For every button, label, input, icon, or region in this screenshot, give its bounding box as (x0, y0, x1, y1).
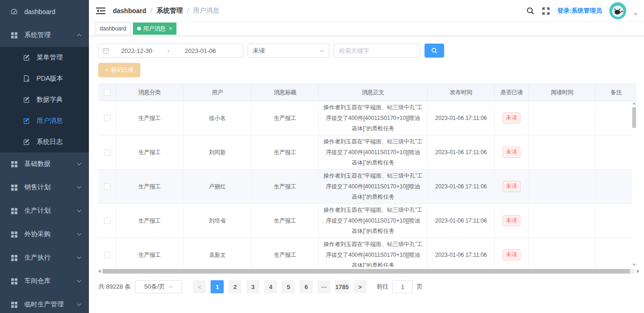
next-page-button[interactable]: > (353, 280, 366, 293)
sidebar-item-pda-version[interactable]: PDA版本 (0, 68, 89, 89)
sidebar-submenu-system: 菜单管理 PDA版本 数据字典 用户消息 (0, 47, 89, 152)
page-button-5[interactable]: 5 (282, 280, 295, 293)
row-select-cell (98, 135, 116, 169)
cell-body: 操作者刘玉霞在“平端面、钻三级中孔”工序提交了400件[40011S0170+1… (319, 170, 428, 203)
more-pages-button[interactable]: ··· (317, 280, 330, 293)
page-content: - 未读 + (89, 36, 644, 293)
horizontal-scrollbar-thumb[interactable] (102, 269, 630, 274)
scroll-right-arrow-icon[interactable] (637, 269, 639, 273)
table-row[interactable]: 生产报工 刘培省 生产报工 操作者刘玉霞在“平端面、钻三级中孔”工序提交了400… (98, 204, 632, 238)
breadcrumb-dashboard[interactable]: dashboard (113, 7, 146, 15)
select-all-checkbox[interactable] (104, 89, 110, 96)
column-header: 发布时间 (428, 84, 495, 101)
chevron-down-icon (319, 49, 324, 52)
select-all-cell (98, 84, 116, 101)
prev-page-button[interactable]: < (193, 280, 206, 293)
chevron-up-icon (77, 34, 81, 37)
cell-time: 2023-01-06 17:11:06 (428, 135, 495, 169)
sidebar-item-workshop-warehouse[interactable]: 车间仓库 (0, 269, 89, 293)
keyword-search-input[interactable] (334, 44, 420, 58)
cell-read-time (529, 135, 596, 169)
page-button-2[interactable]: 2 (228, 280, 242, 293)
sidebar-item-production-plan[interactable]: 生产计划 (0, 199, 89, 223)
row-select-cell (98, 170, 116, 203)
row-checkbox[interactable] (104, 115, 110, 121)
search-icon[interactable] (526, 7, 534, 15)
horizontal-scrollbar[interactable] (98, 269, 639, 274)
sidebar-item-temp-production[interactable]: 临时生产管理 (0, 293, 89, 313)
mark-read-button[interactable]: + 标记已读 (98, 63, 140, 77)
tab-label: 用户消息 (143, 25, 166, 33)
read-status-value: 未读 (253, 46, 265, 55)
scroll-left-arrow-icon[interactable] (98, 269, 101, 273)
close-icon[interactable]: × (169, 26, 172, 31)
status-badge: 未读 (503, 112, 520, 123)
cell-time: 2023-01-06 17:11:06 (428, 204, 495, 238)
horizontal-scrollbar-track[interactable] (102, 269, 635, 274)
chevron-down-icon[interactable] (634, 13, 637, 15)
sidebar-item-label: 系统日志 (37, 138, 63, 146)
vertical-scrollbar[interactable] (632, 101, 637, 267)
date-range-picker[interactable]: - (98, 44, 243, 58)
cell-body: 操作者刘玉霞在“平端面、钻三级中孔”工序提交了400件[40011S0170+1… (319, 204, 428, 238)
status-badge: 未读 (503, 215, 520, 226)
sidebar-item-base-data[interactable]: 基础数据 (0, 152, 89, 176)
breadcrumb-separator: / (187, 7, 189, 15)
page-button-3[interactable]: 3 (246, 280, 259, 293)
start-date-input[interactable] (111, 47, 162, 54)
sidebar-item-user-messages[interactable]: 用户消息 (0, 110, 89, 131)
main-area: dashboard / 系统管理 / 用户消息 登录:系统管理员 (89, 0, 644, 313)
sidebar-item-production-exec[interactable]: 生产执行 (0, 246, 89, 269)
goto-page-input[interactable] (392, 280, 413, 293)
user-avatar[interactable] (609, 2, 626, 19)
column-header: 是否已读 (495, 84, 529, 101)
row-checkbox[interactable] (104, 217, 110, 224)
table-row[interactable]: 生产报工 卢丽红 生产报工 操作者刘玉霞在“平端面、钻三级中孔”工序提交了400… (98, 170, 632, 204)
column-header: 阅读时间 (529, 84, 596, 101)
sidebar-item-outsourcing[interactable]: 外协采购 (0, 223, 89, 246)
sidebar-item-data-dictionary[interactable]: 数据字典 (0, 89, 89, 110)
page-button-1[interactable]: 1 (211, 280, 224, 293)
document-icon (22, 75, 30, 82)
table-row[interactable]: 生产报工 刘同新 生产报工 操作者刘玉霞在“平端面、钻三级中孔”工序提交了400… (98, 135, 632, 170)
grid-icon (10, 160, 18, 168)
fullscreen-icon[interactable] (542, 7, 550, 15)
cell-time: 2023-01-06 17:11:06 (428, 170, 495, 203)
page-button-6[interactable]: 6 (300, 280, 313, 293)
end-date-input[interactable] (175, 47, 226, 54)
table-body: 生产报工 徐小名 生产报工 操作者刘玉霞在“平端面、钻三级中孔”工序提交了400… (98, 101, 632, 267)
scroll-up-arrow-icon[interactable] (632, 102, 636, 104)
sidebar-item-sales-plan[interactable]: 销售计划 (0, 176, 89, 199)
page-button-1785[interactable]: 1785 (335, 280, 349, 293)
cell-user: 刘培省 (183, 204, 252, 238)
edit-icon (22, 138, 30, 146)
read-status-select[interactable]: 未读 (248, 44, 329, 58)
sidebar-item-system-mgmt[interactable]: 系统管理 (0, 23, 89, 47)
plus-icon: + (105, 67, 109, 74)
page-button-4[interactable]: 4 (264, 280, 277, 293)
breadcrumb-system-mgmt[interactable]: 系统管理 (156, 7, 183, 15)
row-checkbox[interactable] (104, 183, 110, 190)
sidebar-item-menu-mgmt[interactable]: 菜单管理 (0, 47, 89, 68)
row-checkbox[interactable] (104, 252, 110, 258)
vertical-scrollbar-thumb[interactable] (632, 107, 636, 128)
grid-icon (10, 31, 18, 39)
sidebar-item-label: 基础数据 (24, 160, 51, 168)
table-row[interactable]: 生产报工 徐小名 生产报工 操作者刘玉霞在“平端面、钻三级中孔”工序提交了400… (98, 101, 632, 135)
cell-category: 生产报工 (116, 135, 183, 169)
edit-icon (22, 117, 30, 125)
page-size-select[interactable]: 50条/页 (135, 280, 182, 293)
sidebar-item-system-logs[interactable]: 系统日志 (0, 131, 89, 152)
cell-user: 卢丽红 (183, 170, 252, 203)
scroll-down-arrow-icon[interactable] (632, 264, 636, 266)
sidebar-item-dashboard[interactable]: dashboard (0, 0, 89, 23)
cell-user: 刘同新 (183, 135, 252, 169)
table-row[interactable]: 生产报工 袁新文 生产报工 操作者刘玉霞在“平端面、钻三级中孔”工序提交了400… (98, 238, 632, 267)
tab-user-messages[interactable]: 用户消息 × (133, 22, 176, 35)
hamburger-icon[interactable] (96, 6, 105, 15)
pagination: 共 89228 条 50条/页 < 1 2 3 4 5 6 ··· 1785 > (98, 280, 639, 293)
search-button[interactable] (424, 44, 444, 58)
row-select-cell (98, 238, 116, 267)
row-checkbox[interactable] (104, 149, 110, 156)
tab-dashboard[interactable]: dashboard (95, 22, 131, 35)
